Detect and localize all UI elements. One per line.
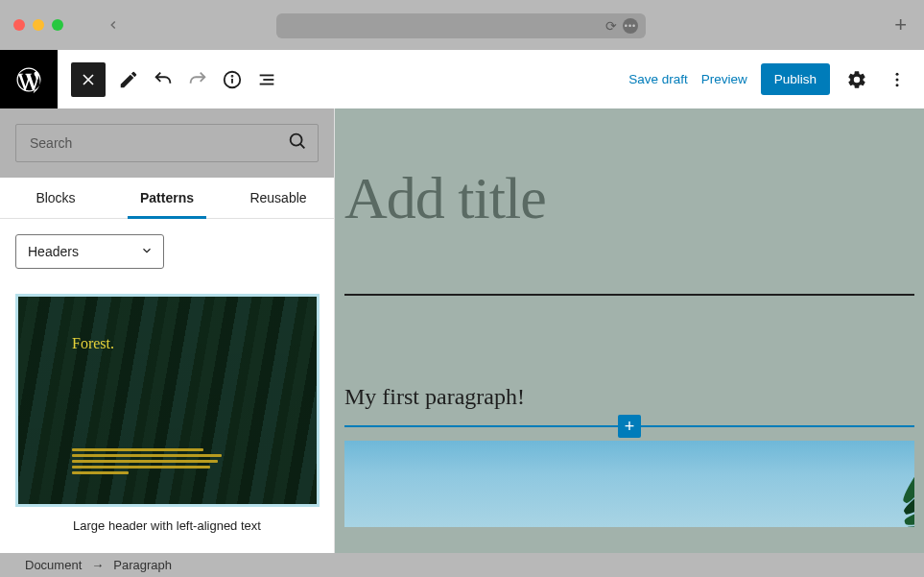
- tab-reusable[interactable]: Reusable: [223, 178, 334, 218]
- toggle-inserter-button[interactable]: [71, 62, 106, 97]
- svg-point-10: [896, 84, 899, 86]
- pattern-item[interactable]: Forest. Large header with left-aligned t…: [15, 294, 319, 533]
- publish-button[interactable]: Publish: [761, 63, 830, 95]
- maximize-window-icon[interactable]: [52, 19, 63, 31]
- minimize-window-icon[interactable]: [33, 19, 44, 31]
- search-icon[interactable]: [287, 131, 308, 156]
- save-draft-button[interactable]: Save draft: [628, 72, 688, 86]
- block-inserter-line[interactable]: +: [344, 425, 914, 427]
- pattern-category-select[interactable]: Headers: [15, 234, 164, 269]
- window-controls: [13, 19, 63, 31]
- search-input[interactable]: [30, 135, 287, 151]
- pattern-caption: Large header with left-aligned text: [15, 518, 319, 533]
- info-button[interactable]: [215, 62, 249, 97]
- paragraph-block[interactable]: My first paragraph!: [344, 384, 924, 410]
- editor-topbar: Save draft Preview Publish: [0, 50, 924, 108]
- breadcrumb-leaf[interactable]: Paragraph: [113, 558, 172, 572]
- separator-block[interactable]: [344, 294, 914, 296]
- image-block[interactable]: [344, 441, 914, 527]
- svg-point-11: [291, 134, 302, 146]
- block-breadcrumb: Document → Paragraph: [0, 553, 924, 577]
- tab-blocks[interactable]: Blocks: [0, 178, 111, 218]
- reader-icon[interactable]: •••: [623, 18, 638, 34]
- edit-mode-button[interactable]: [111, 62, 146, 97]
- inline-add-block-button[interactable]: +: [618, 415, 641, 438]
- pattern-thumbnail[interactable]: Forest.: [15, 294, 320, 507]
- pattern-category-value: Headers: [28, 244, 79, 259]
- new-tab-icon[interactable]: +: [894, 12, 907, 37]
- tab-patterns[interactable]: Patterns: [111, 178, 223, 218]
- preview-button[interactable]: Preview: [701, 72, 747, 86]
- more-options-button[interactable]: [884, 66, 911, 93]
- plus-icon: +: [625, 417, 635, 437]
- breadcrumb-root[interactable]: Document: [25, 558, 82, 572]
- reload-icon[interactable]: ⟳: [605, 18, 617, 34]
- pattern-thumb-title: Forest.: [72, 335, 114, 352]
- search-section: [0, 108, 334, 178]
- post-title-input[interactable]: Add title: [335, 108, 924, 232]
- close-window-icon[interactable]: [13, 19, 25, 31]
- search-input-wrapper[interactable]: [15, 124, 319, 162]
- breadcrumb-separator-icon: →: [91, 558, 104, 572]
- browser-back-button[interactable]: [102, 13, 125, 36]
- address-bar[interactable]: ⟳ •••: [276, 13, 646, 38]
- undo-button[interactable]: [146, 62, 180, 97]
- settings-button[interactable]: [843, 66, 870, 93]
- redo-button: [180, 62, 215, 97]
- editor-canvas[interactable]: Add title My first paragraph! +: [335, 108, 924, 553]
- chevron-down-icon: [140, 244, 154, 260]
- svg-line-12: [300, 144, 304, 148]
- block-inserter-panel: Blocks Patterns Reusable Headers Forest.: [0, 108, 335, 553]
- inserter-tabs: Blocks Patterns Reusable: [0, 178, 334, 219]
- svg-point-4: [232, 75, 233, 76]
- pattern-thumb-text-icon: [72, 448, 259, 477]
- svg-point-9: [896, 78, 899, 81]
- browser-chrome: ⟳ ••• +: [0, 0, 924, 50]
- outline-button[interactable]: [249, 62, 284, 97]
- wordpress-logo-icon[interactable]: [0, 50, 58, 108]
- svg-point-8: [896, 72, 899, 75]
